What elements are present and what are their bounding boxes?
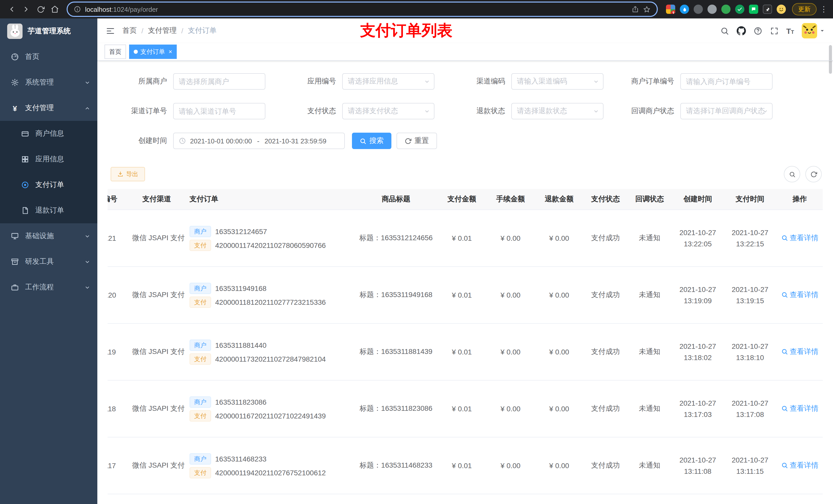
breadcrumb-payment[interactable]: 支付管理 — [148, 26, 177, 35]
column-header: 退款金额 — [535, 189, 584, 210]
table-row: 121微信 JSAPI 支付商户1635312124657支付420000117… — [108, 210, 823, 267]
cell-action: 查看详情 — [776, 323, 823, 380]
tab-home[interactable]: 首页 — [104, 45, 126, 59]
column-header: 支付时间 — [724, 189, 776, 210]
hamburger-icon[interactable] — [105, 26, 115, 35]
view-detail-link[interactable]: 查看详情 — [781, 404, 818, 413]
column-header: 商品标题 — [355, 189, 437, 210]
cell-title: 标题：1635311881439 — [355, 323, 437, 380]
channel-code-select[interactable]: 请输入渠道编码 — [511, 73, 603, 90]
app-select[interactable]: 请选择应用信息 — [342, 73, 434, 90]
sidebar-item-infra[interactable]: 基础设施 — [0, 223, 97, 249]
column-header: 支付状态 — [584, 189, 627, 210]
forward-icon[interactable] — [20, 3, 33, 16]
notify-status-select[interactable]: 请选择订单回调商户状态 — [680, 103, 772, 119]
site-info-icon[interactable] — [74, 6, 81, 13]
table-row: 120微信 JSAPI 支付商户1635311949168支付420000118… — [108, 267, 823, 323]
tab-close-icon[interactable]: × — [169, 48, 172, 55]
chevron-down-icon — [85, 80, 90, 85]
cell-title: 标题：1635311823086 — [355, 380, 437, 437]
channel-order-no-field[interactable] — [173, 103, 265, 119]
export-button[interactable]: 导出 — [111, 167, 145, 181]
channel-order-no-input[interactable] — [179, 107, 260, 115]
cell-order: 商户1635311881440支付42000011732021102728479… — [186, 323, 355, 380]
font-size-icon[interactable]: TT — [786, 27, 794, 34]
refresh-button[interactable] — [805, 166, 822, 182]
fullscreen-icon[interactable] — [770, 26, 779, 35]
merchant-order-no: 1635311949168 — [215, 284, 266, 292]
sidebar-item-app-info[interactable]: 应用信息 — [0, 146, 97, 172]
sidebar-item-refund-order[interactable]: 退款订单 — [0, 198, 97, 223]
chevron-down-icon — [593, 108, 599, 114]
table-row: 117微信 JSAPI 支付商户1635311468233支付420000119… — [108, 437, 823, 494]
help-icon[interactable] — [753, 26, 762, 35]
column-header: 操作 — [776, 189, 823, 210]
sidebar-item-payment[interactable]: ¥ 支付管理 — [0, 95, 97, 121]
merchant-input[interactable] — [179, 77, 260, 86]
pay-status-select[interactable]: 请选择支付状态 — [342, 103, 434, 119]
bookmark-star-icon[interactable] — [643, 5, 651, 13]
extension-icon[interactable] — [680, 5, 689, 14]
field-label: 渠道编码 — [449, 77, 511, 86]
briefcase-icon — [10, 283, 20, 291]
credit-card-icon — [21, 129, 30, 138]
payment-submenu: 商户信息 应用信息 支付订单 — [0, 121, 97, 223]
user-avatar[interactable] — [802, 23, 825, 39]
avatar-image-icon — [802, 23, 817, 39]
view-detail-link[interactable]: 查看详情 — [781, 290, 818, 299]
table-row: 116商户1635311457126 — [108, 494, 823, 504]
sidebar-item-system[interactable]: 系统管理 — [0, 70, 97, 95]
sidebar-item-pay-order[interactable]: 支付订单 — [0, 172, 97, 198]
cell-pay-amount — [437, 494, 486, 504]
view-detail-link[interactable]: 查看详情 — [781, 347, 818, 357]
extension-icon[interactable] — [694, 5, 703, 14]
back-icon[interactable] — [5, 3, 19, 16]
cell-pay-time: 2021-10-2713:17:08 — [724, 380, 776, 437]
extension-icon[interactable] — [721, 5, 731, 14]
github-icon[interactable] — [736, 26, 746, 35]
cell-pay-status: 支付成功 — [584, 323, 627, 380]
merchant-tag: 商户 — [190, 339, 211, 351]
extension-icon[interactable] — [735, 5, 744, 14]
orders-table: 编号支付渠道支付订单商品标题支付金额手续金额退款金额支付状态回调状态创建时间支付… — [108, 189, 823, 504]
cell-create-time: 2021-10-2713:11:08 — [672, 437, 724, 494]
search-button[interactable]: 搜索 — [352, 133, 391, 149]
tab-pay-order[interactable]: 支付订单 × — [129, 45, 177, 59]
merchant-tag: 商户 — [190, 283, 211, 294]
browser-update-button[interactable]: 更新 — [792, 3, 817, 15]
browser-menu-icon[interactable]: ⋮ — [820, 5, 828, 14]
header-search-icon[interactable] — [720, 26, 729, 35]
reset-button[interactable]: 重置 — [397, 133, 437, 149]
share-icon[interactable] — [632, 6, 639, 13]
grid-icon — [21, 155, 30, 163]
pay-order-no: 4200001167202110271022491439 — [215, 411, 326, 420]
toggle-search-button[interactable] — [784, 166, 800, 182]
extension-icon[interactable] — [763, 5, 772, 14]
cell-action: 查看详情 — [776, 437, 823, 494]
merchant-select[interactable] — [173, 73, 265, 90]
reload-icon[interactable] — [34, 3, 47, 16]
extension-icon[interactable]: 10 — [666, 5, 675, 14]
extension-icon[interactable] — [749, 5, 758, 14]
refund-status-select[interactable]: 请选择退款状态 — [511, 103, 603, 119]
create-time-range-picker[interactable]: 2021-10-01 00:00:00 - 2021-10-31 23:59:5… — [173, 133, 345, 149]
sidebar-item-devtools[interactable]: 研发工具 — [0, 249, 97, 274]
cell-action: 查看详情 — [776, 210, 823, 267]
merchant-order-no-field[interactable] — [680, 73, 772, 90]
extension-icon[interactable] — [708, 5, 717, 14]
cell-title: 标题：1635311468233 — [355, 437, 437, 494]
cell-pay-time: 2021-10-2713:19:15 — [724, 267, 776, 323]
cell-create-time: 2021-10-2713:19:09 — [672, 267, 724, 323]
url-bar[interactable]: localhost:1024/pay/order — [67, 2, 658, 17]
field-label: 渠道订单号 — [111, 106, 173, 116]
merchant-order-no-input[interactable] — [686, 77, 767, 86]
profile-avatar-icon[interactable] — [777, 5, 786, 14]
sidebar-item-workflow[interactable]: 工作流程 — [0, 274, 97, 300]
sidebar-item-merchant-info[interactable]: 商户信息 — [0, 121, 97, 146]
view-detail-link[interactable]: 查看详情 — [781, 461, 818, 470]
cell-fee-amount: ¥ 0.00 — [486, 380, 535, 437]
home-icon[interactable] — [48, 3, 62, 16]
breadcrumb-home[interactable]: 首页 — [122, 26, 137, 35]
view-detail-link[interactable]: 查看详情 — [781, 234, 818, 243]
sidebar-item-home[interactable]: 首页 — [0, 44, 97, 70]
